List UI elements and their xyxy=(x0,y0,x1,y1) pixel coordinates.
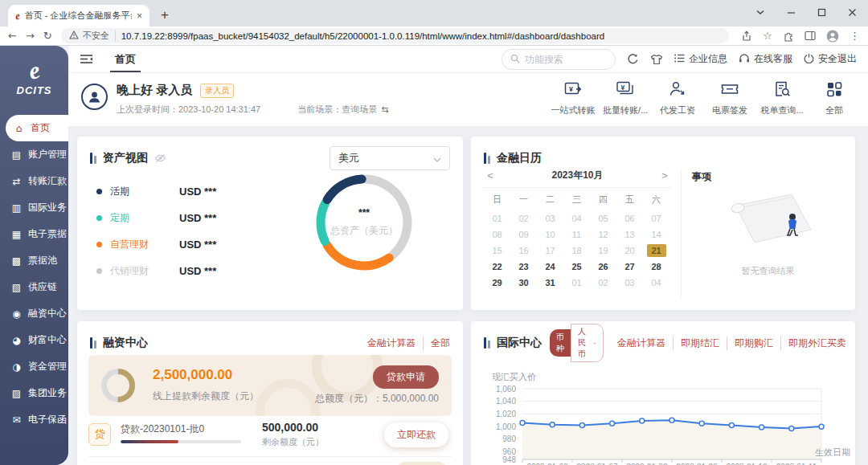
bookmark-star-icon[interactable]: ☆ xyxy=(763,30,772,42)
quick-action-eticket-issue[interactable]: 电票签发 xyxy=(706,80,754,116)
calendar-day-cell[interactable]: 29 xyxy=(484,275,510,291)
quick-action-batch-transfer[interactable]: ¥ 批量转账/... xyxy=(601,80,649,116)
calendar-day-cell[interactable]: 14 xyxy=(643,226,669,243)
back-icon[interactable]: ← xyxy=(8,31,17,41)
window-close-icon[interactable] xyxy=(848,8,857,17)
calendar-day-cell[interactable]: 28 xyxy=(643,259,669,275)
calendar-day-cell[interactable]: 26 xyxy=(590,259,616,275)
sidebar-item[interactable]: ◑ 资金管理 xyxy=(0,353,68,380)
quick-action-tax-inquiry[interactable]: 税单查询... xyxy=(758,80,806,116)
calendar-day-cell[interactable]: 02 xyxy=(510,210,537,226)
calendar-day-cell[interactable]: 21 xyxy=(647,244,666,257)
nav-company-info[interactable]: 企业信息 xyxy=(674,52,727,66)
calendar-day-cell[interactable]: 04 xyxy=(563,210,590,226)
nav-online-service[interactable]: 在线客服 xyxy=(739,52,792,66)
omnibox-url-field[interactable]: 不安全 10.7.19.22:8999/fpaas_bucket/9415403… xyxy=(61,28,730,43)
next-loan-button-partial[interactable] xyxy=(395,462,448,465)
sidebar-item[interactable]: ◉ 融资中心 xyxy=(0,300,68,327)
calendar-day-cell[interactable]: 18 xyxy=(563,243,590,259)
sidebar-item[interactable]: ▩ 票据池 xyxy=(0,247,68,274)
calendar-day-cell[interactable]: 23 xyxy=(510,259,537,275)
svg-text:980: 980 xyxy=(502,434,516,443)
calendar-day-cell[interactable]: 25 xyxy=(563,259,590,275)
side-panel-icon[interactable] xyxy=(805,31,816,41)
calendar-day-cell[interactable]: 01 xyxy=(563,275,590,291)
theme-skin-icon[interactable] xyxy=(650,54,663,65)
reload-icon[interactable]: ↻ xyxy=(43,31,52,41)
events-title: 事项 xyxy=(692,170,844,184)
calendar-prev-icon[interactable]: < xyxy=(484,169,497,182)
collapse-sidebar-icon[interactable] xyxy=(80,54,93,64)
toggle-visibility-eye-icon[interactable] xyxy=(154,153,166,163)
calendar-day-cell[interactable]: 03 xyxy=(537,210,563,226)
calendar-day-cell[interactable]: 30 xyxy=(510,275,537,291)
finance-link[interactable]: 金融计算器 xyxy=(360,337,423,350)
sidebar-item[interactable]: ⇄ 转账汇款 xyxy=(0,168,68,194)
calendar-day-cell[interactable]: 09 xyxy=(510,226,537,243)
sidebar-item[interactable]: ▧ 供应链 xyxy=(0,274,68,300)
window-menu-chevron-icon[interactable] xyxy=(755,9,765,15)
nav-safe-logout[interactable]: 安全退出 xyxy=(804,52,857,66)
intl-link[interactable]: 即期购汇 xyxy=(727,337,780,350)
currency-type-dropdown[interactable]: 人民币 xyxy=(571,324,604,362)
window-maximize-icon[interactable] xyxy=(817,8,826,17)
calendar-day-cell[interactable]: 01 xyxy=(484,210,510,226)
extensions-puzzle-icon[interactable] xyxy=(783,31,794,42)
calendar-day-cell[interactable]: 22 xyxy=(484,259,510,275)
intl-link[interactable]: 即期结汇 xyxy=(673,337,727,350)
sidebar-item[interactable]: ▥ 国际业务 xyxy=(0,194,68,221)
calendar-day-cell[interactable]: 27 xyxy=(616,259,643,275)
calendar-day-cell[interactable]: 03 xyxy=(616,275,643,291)
calendar-day-cell[interactable]: 19 xyxy=(590,243,616,259)
calendar-day-cell[interactable]: 06 xyxy=(616,210,643,226)
refresh-icon[interactable] xyxy=(627,53,639,65)
tab-home[interactable]: 首页 xyxy=(115,46,136,72)
intl-link[interactable]: 即期外汇买卖 xyxy=(780,337,846,350)
browser-tab[interactable]: e 首页 - 企业综合金融服务平台 × xyxy=(8,5,149,27)
calendar-day-cell[interactable]: 16 xyxy=(510,243,537,259)
loan-apply-button[interactable]: 贷款申请 xyxy=(373,365,439,389)
sidebar: e DCITS ⌂ 首页 ▤ 账户管理 ⇄ 转账汇款 xyxy=(0,46,68,465)
search-input[interactable] xyxy=(525,54,607,65)
calendar-day-cell[interactable]: 08 xyxy=(484,226,510,243)
share-icon[interactable] xyxy=(741,31,752,42)
calendar-day-cell[interactable]: 04 xyxy=(643,275,669,291)
switch-scene-icon[interactable]: ⇆ xyxy=(381,104,388,115)
quick-action-payroll[interactable]: 代发工资 xyxy=(653,80,702,116)
calendar-day-cell[interactable]: 11 xyxy=(563,226,590,243)
calendar-day-cell[interactable]: 17 xyxy=(537,243,563,259)
intl-link[interactable]: 金融计算器 xyxy=(610,337,673,350)
calendar-next-icon[interactable]: > xyxy=(658,169,671,182)
legend-label: 活期 xyxy=(110,185,162,198)
window-minimize-icon[interactable] xyxy=(787,8,796,17)
sidebar-item[interactable]: ▤ 账户管理 xyxy=(0,141,68,168)
calendar-day-cell[interactable]: 15 xyxy=(484,243,510,259)
sidebar-item[interactable]: ⌂ 首页 xyxy=(6,115,68,141)
calendar-day-cell[interactable]: 02 xyxy=(590,275,616,291)
sidebar-item[interactable]: ✉ 电子保函 xyxy=(0,406,68,433)
sidebar-item[interactable]: ▦ 电子票据 xyxy=(0,221,68,247)
quick-action-all[interactable]: 全部 xyxy=(810,80,858,116)
currency-dropdown[interactable]: 美元 xyxy=(330,146,450,170)
asset-legend: 活期 USD *** 定期 USD *** 自营理财 USD *** xyxy=(96,178,216,284)
browser-menu-dots-icon[interactable]: ⋮ xyxy=(850,30,860,42)
profile-avatar-icon[interactable] xyxy=(826,30,839,43)
calendar-day-cell[interactable]: 13 xyxy=(616,226,643,243)
calendar-day-cell[interactable]: 31 xyxy=(537,275,563,291)
calendar-day-cell[interactable]: 20 xyxy=(616,243,643,259)
finance-link[interactable]: 全部 xyxy=(423,337,450,350)
calendar-day-cell[interactable]: 24 xyxy=(537,259,563,275)
calendar-day-cell[interactable]: 10 xyxy=(537,226,563,243)
function-search-box[interactable] xyxy=(502,49,616,70)
repay-now-button[interactable]: 立即还款 xyxy=(384,422,448,447)
tab-close-icon[interactable]: × xyxy=(137,10,142,22)
empty-state-illustration xyxy=(718,183,819,255)
calendar-day-cell[interactable]: 05 xyxy=(590,210,616,226)
calendar-day-cell[interactable]: 07 xyxy=(643,210,669,226)
quick-action-onestop-transfer[interactable]: ¥ 一站式转账 xyxy=(549,80,597,116)
calendar-day-cell[interactable]: 12 xyxy=(590,226,616,243)
sidebar-item[interactable]: ◕ 财富中心 xyxy=(0,327,68,353)
new-tab-button[interactable]: + xyxy=(161,8,169,22)
sidebar-item[interactable]: ▨ 集团业务 xyxy=(0,380,68,406)
forward-icon[interactable]: → xyxy=(26,31,35,41)
